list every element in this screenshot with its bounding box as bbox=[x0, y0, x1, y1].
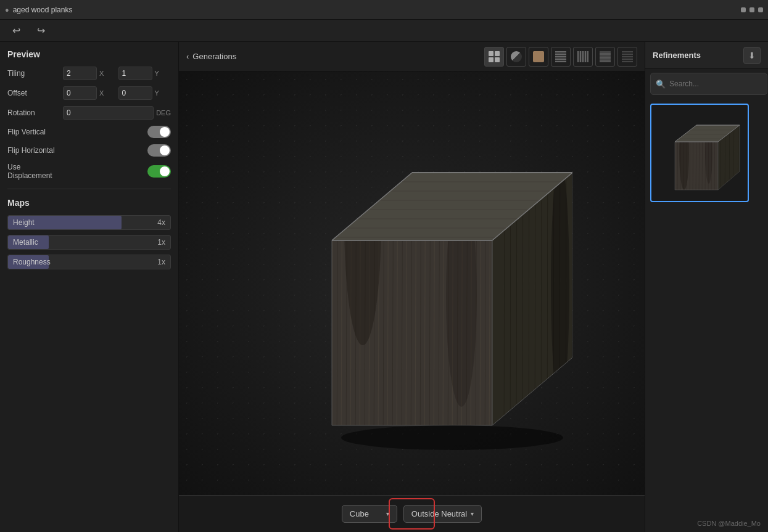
flip-vertical-toggle[interactable] bbox=[147, 126, 171, 138]
cube-3d-container bbox=[252, 111, 572, 456]
offset-label: Offset bbox=[7, 89, 63, 97]
view-stripe-combo-button[interactable] bbox=[595, 47, 615, 67]
use-displacement-toggle[interactable] bbox=[147, 165, 171, 178]
search-input[interactable] bbox=[669, 80, 762, 88]
offset-x-label: X bbox=[99, 89, 108, 97]
rotation-unit-label: DEG bbox=[156, 109, 171, 117]
refinements-title: Refinements bbox=[653, 51, 738, 60]
tiling-x-input[interactable] bbox=[63, 67, 97, 80]
tiling-inputs: X Y bbox=[63, 67, 171, 80]
shape-label: Cube bbox=[350, 509, 369, 518]
chevron-left-icon: ‹ bbox=[186, 52, 189, 61]
rotation-input[interactable] bbox=[63, 106, 154, 120]
lighting-dropdown[interactable]: Outside Neutral ▾ bbox=[403, 505, 482, 523]
svg-point-122 bbox=[341, 425, 563, 450]
main-layout: Preview Tiling X Y Offset X bbox=[0, 42, 768, 532]
view-color-button[interactable] bbox=[529, 47, 548, 67]
flip-horizontal-row: Flip Horizontal bbox=[7, 144, 171, 157]
canvas-area bbox=[179, 72, 645, 495]
tiling-y-label: Y bbox=[155, 70, 163, 77]
lighting-label: Outside Neutral bbox=[411, 509, 467, 518]
tiling-y-input[interactable] bbox=[118, 67, 152, 80]
metallic-map-label: Metallic bbox=[13, 238, 38, 247]
offset-x-input[interactable] bbox=[63, 86, 97, 100]
view-sphere-button[interactable] bbox=[506, 47, 526, 67]
rotation-input-wrap: DEG bbox=[63, 106, 171, 120]
window-title: aged wood planks bbox=[13, 6, 73, 14]
panel-divider bbox=[7, 189, 171, 189]
search-bar: 🔍 bbox=[650, 73, 767, 95]
stripe-dark-view-icon bbox=[622, 51, 633, 62]
maps-section-title: Maps bbox=[7, 198, 171, 208]
tiling-y-group: Y bbox=[118, 67, 171, 80]
generations-label: Generations bbox=[192, 52, 236, 61]
more-options-icon[interactable] bbox=[741, 7, 746, 12]
watermark: CSDN @Maddie_Mo bbox=[697, 520, 761, 527]
offset-y-input[interactable] bbox=[118, 86, 152, 100]
bottom-bar: Cube ▾ Outside Neutral ▾ bbox=[179, 495, 645, 532]
redo-button[interactable]: ↪ bbox=[32, 22, 49, 39]
undo-button[interactable]: ↩ bbox=[7, 22, 25, 39]
offset-inputs: X Y bbox=[63, 86, 171, 100]
preview-section-title: Preview bbox=[7, 49, 171, 59]
download-icon: ⬇ bbox=[748, 51, 756, 60]
metallic-map-value: 1x bbox=[157, 238, 165, 247]
view-stripe-dark-button[interactable] bbox=[617, 47, 637, 67]
download-button[interactable]: ⬇ bbox=[743, 47, 761, 64]
svg-marker-170 bbox=[675, 142, 718, 190]
roughness-map-bar[interactable]: Roughness 1x bbox=[7, 255, 171, 269]
stripe-combo-view-icon bbox=[600, 51, 611, 62]
search-row: 🔍 ★ bbox=[645, 69, 768, 99]
lighting-chevron-icon: ▾ bbox=[471, 510, 474, 517]
titlebar: ● aged wood planks bbox=[0, 0, 768, 20]
shape-dropdown[interactable]: Cube ▾ bbox=[342, 505, 397, 523]
use-displacement-label: Use Displacement bbox=[7, 163, 63, 180]
stripe-h-view-icon bbox=[577, 51, 588, 62]
roughness-map-value: 1x bbox=[157, 258, 165, 266]
window-controls bbox=[741, 7, 763, 12]
refinement-cube-svg bbox=[656, 110, 743, 196]
refinements-header: Refinements ⬇ bbox=[645, 42, 768, 69]
generations-bar: ‹ Generations bbox=[179, 42, 645, 72]
left-panel: Preview Tiling X Y Offset X bbox=[0, 42, 179, 532]
minimize-icon[interactable] bbox=[749, 7, 754, 12]
grid-view-icon bbox=[489, 51, 500, 62]
offset-x-group: X bbox=[63, 86, 116, 100]
offset-y-label: Y bbox=[155, 89, 163, 97]
roughness-map-label: Roughness bbox=[13, 258, 51, 266]
tiling-row: Tiling X Y bbox=[7, 67, 171, 80]
svg-marker-115 bbox=[332, 240, 492, 425]
tiling-x-label: X bbox=[99, 70, 108, 77]
search-icon: 🔍 bbox=[656, 80, 666, 89]
use-displacement-row: Use Displacement bbox=[7, 163, 171, 180]
generations-back-button[interactable]: ‹ Generations bbox=[186, 52, 236, 61]
flip-vertical-toggle-wrap bbox=[63, 126, 171, 138]
sphere-view-icon bbox=[511, 51, 522, 62]
close-icon[interactable] bbox=[758, 7, 763, 12]
maps-section: Maps Height 4x Metallic 1x bbox=[7, 198, 171, 269]
refinement-thumbnail-wrap bbox=[645, 99, 768, 207]
flip-horizontal-toggle[interactable] bbox=[147, 144, 171, 157]
refinement-thumbnail[interactable] bbox=[650, 104, 749, 202]
height-map-bar[interactable]: Height 4x bbox=[7, 215, 171, 230]
metallic-map-bar[interactable]: Metallic 1x bbox=[7, 235, 171, 250]
flip-horizontal-toggle-wrap bbox=[63, 144, 171, 157]
tiling-x-group: X bbox=[63, 67, 116, 80]
stripe-v-view-icon bbox=[555, 51, 566, 62]
flip-vertical-row: Flip Vertical bbox=[7, 126, 171, 138]
color-view-icon bbox=[533, 51, 544, 62]
cube-3d-svg bbox=[252, 111, 572, 456]
height-map-label: Height bbox=[13, 218, 35, 227]
height-map-value: 4x bbox=[157, 218, 165, 227]
toolbar: ↩ ↪ bbox=[0, 20, 768, 42]
view-stripe-v-button[interactable] bbox=[551, 47, 571, 67]
flip-horizontal-label: Flip Horizontal bbox=[7, 146, 63, 155]
view-grid-button[interactable] bbox=[484, 47, 504, 67]
offset-row: Offset X Y bbox=[7, 86, 171, 100]
use-displacement-toggle-wrap bbox=[63, 165, 171, 178]
shape-chevron-icon: ▾ bbox=[386, 510, 389, 517]
center-area: ‹ Generations bbox=[179, 42, 645, 532]
right-panel: Refinements ⬇ 🔍 ★ bbox=[645, 42, 768, 532]
tiling-label: Tiling bbox=[7, 69, 63, 78]
view-stripe-h-button[interactable] bbox=[573, 47, 593, 67]
